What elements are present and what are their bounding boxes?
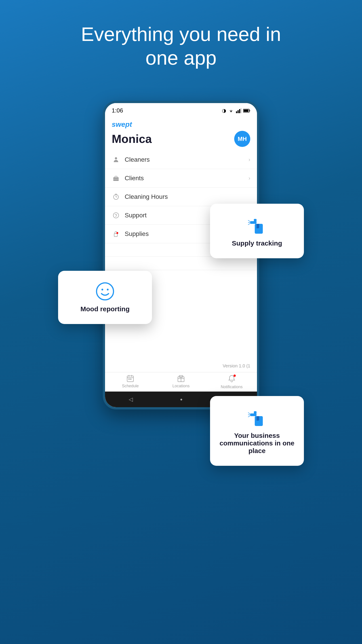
schedule-icon — [126, 374, 134, 382]
locations-icon — [177, 374, 185, 382]
spray-bottle-icon — [248, 215, 266, 235]
status-icons: ◑ — [222, 108, 250, 114]
status-time: 1:06 — [112, 107, 123, 114]
mood-reporting-label: Mood reporting — [80, 305, 130, 313]
briefcase-icon — [112, 174, 120, 182]
app-username: Monica — [112, 132, 152, 146]
app-header: swept Monica MH — [105, 116, 257, 150]
clients-label: Clients — [125, 175, 144, 182]
svg-point-18 — [116, 232, 118, 234]
cleaners-label: Cleaners — [125, 156, 150, 163]
svg-rect-5 — [249, 110, 250, 111]
version-text: Version 1.0 (1 — [105, 360, 257, 372]
avatar-initials: MH — [238, 136, 247, 142]
svg-line-34 — [248, 224, 250, 225]
phone-container: 1:06 ◑ — [58, 88, 304, 580]
app-brand: swept — [112, 120, 250, 128]
supply-tracking-label: Supply tracking — [232, 240, 282, 247]
smiley-icon — [96, 282, 114, 301]
svg-line-43 — [248, 416, 250, 417]
notification-badge — [234, 374, 236, 377]
timer-icon — [112, 192, 120, 201]
svg-rect-40 — [254, 411, 257, 414]
nav-item-notifications[interactable]: Notifications — [206, 374, 257, 389]
svg-rect-0 — [236, 111, 237, 113]
svg-rect-3 — [241, 108, 241, 113]
svg-rect-23 — [128, 378, 130, 380]
locations-label: Locations — [172, 384, 189, 388]
svg-rect-2 — [239, 109, 240, 113]
svg-rect-1 — [238, 110, 239, 113]
svg-point-7 — [115, 157, 117, 160]
back-button[interactable]: ◁ — [129, 396, 133, 402]
person-icon — [112, 156, 120, 164]
cleaning-hours-label: Cleaning Hours — [125, 193, 168, 200]
half-circle-icon: ◑ — [222, 108, 226, 114]
svg-rect-24 — [130, 378, 131, 380]
supply-tracking-card: Supply tracking — [210, 204, 304, 258]
support-label: Support — [125, 212, 147, 219]
hero-title: Everything you need in one app — [80, 22, 282, 70]
svg-rect-31 — [254, 219, 257, 222]
menu-item-clients[interactable]: Clients › — [105, 169, 257, 188]
comms-label: Your business communications in one plac… — [219, 432, 295, 454]
supplies-icon — [112, 230, 120, 238]
app-user-row: Monica MH — [112, 131, 250, 147]
svg-point-37 — [107, 289, 109, 290]
cleaners-chevron: › — [249, 156, 250, 163]
user-avatar[interactable]: MH — [234, 131, 250, 147]
svg-point-36 — [101, 289, 103, 290]
svg-line-32 — [248, 220, 250, 222]
notifications-label: Notifications — [221, 384, 243, 389]
blank-row-2 — [105, 257, 257, 270]
comms-card: Your business communications in one plac… — [210, 396, 304, 466]
mood-reporting-card: Mood reporting — [58, 271, 152, 324]
clients-chevron: › — [249, 175, 250, 181]
battery-icon — [243, 109, 250, 113]
svg-line-41 — [248, 412, 250, 414]
svg-rect-6 — [244, 110, 249, 112]
signal-icon — [236, 108, 241, 113]
comms-spray-icon — [248, 407, 266, 427]
wifi-icon — [228, 108, 234, 113]
supplies-label: Supplies — [125, 230, 149, 238]
menu-item-cleaners[interactable]: Cleaners › — [105, 150, 257, 169]
schedule-label: Schedule — [122, 384, 139, 388]
svg-point-15 — [116, 217, 116, 217]
status-bar: 1:06 ◑ — [105, 103, 257, 116]
help-icon — [112, 211, 120, 220]
home-button[interactable]: ● — [180, 397, 183, 402]
nav-item-locations[interactable]: Locations — [156, 374, 206, 389]
svg-point-14 — [113, 213, 119, 218]
svg-point-35 — [96, 283, 113, 300]
svg-rect-16 — [114, 234, 117, 236]
nav-item-schedule[interactable]: Schedule — [105, 374, 156, 389]
bottom-nav: Schedule Locations — [105, 372, 257, 392]
menu-item-cleaning-hours[interactable]: Cleaning Hours — [105, 188, 257, 206]
